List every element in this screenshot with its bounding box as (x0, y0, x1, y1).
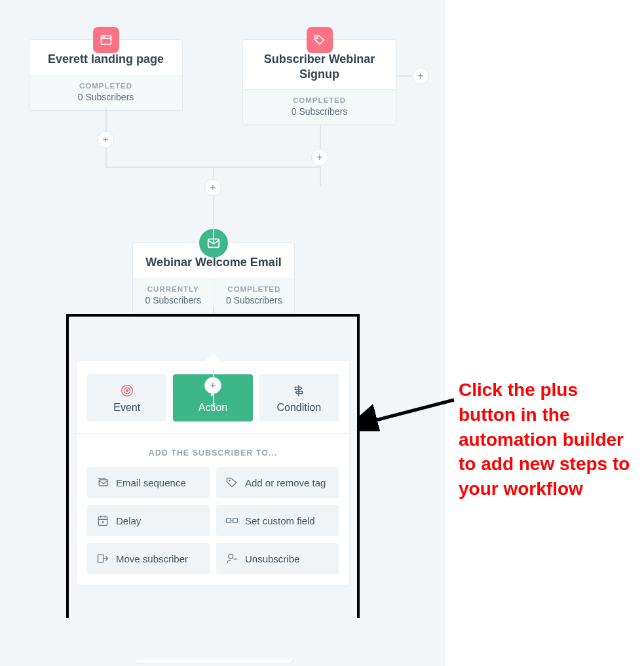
svg-point-3 (104, 37, 105, 37)
svg-point-2 (103, 37, 104, 37)
browser-icon (93, 27, 119, 53)
option-set-custom-field[interactable]: Set custom field (216, 505, 339, 536)
add-step-button[interactable]: + (97, 131, 114, 148)
option-label: Email sequence (116, 477, 186, 488)
field-icon (225, 514, 238, 527)
add-step-popover: + Event Action (69, 361, 357, 660)
arrow-right-icon (96, 552, 109, 565)
node-webinar-signup[interactable]: Subscriber Webinar Signup COMPLETED 0 Su… (242, 39, 396, 125)
svg-point-10 (229, 480, 230, 481)
node-status: COMPLETED 0 Subscribers (29, 75, 182, 110)
calendar-icon (96, 514, 109, 527)
tag-icon (225, 476, 238, 489)
option-add-remove-tag[interactable]: Add or remove tag (216, 467, 339, 498)
tab-condition[interactable]: Condition (259, 374, 339, 421)
svg-point-8 (126, 390, 128, 392)
status-value: 0 Subscribers (218, 295, 291, 305)
option-move-subscriber[interactable]: Move subscriber (87, 543, 210, 574)
svg-line-23 (371, 400, 454, 421)
annotation-highlight-box: + Event Action (66, 314, 360, 618)
status-value: 0 Subscribers (137, 295, 210, 305)
target-icon (91, 383, 162, 398)
connector (213, 166, 214, 243)
option-label: Unsubscribe (245, 553, 299, 564)
status-label: COMPLETED (248, 96, 390, 104)
add-step-button[interactable]: + (311, 149, 328, 166)
tab-event[interactable]: Event (87, 374, 166, 421)
svg-point-20 (229, 554, 233, 558)
tag-icon (307, 27, 333, 53)
signpost-icon (263, 383, 335, 398)
status-label: COMPLETED (218, 285, 291, 293)
add-step-button[interactable]: + (204, 179, 221, 196)
option-label: Set custom field (245, 515, 315, 526)
status-label: CURRENTLY (137, 285, 210, 293)
svg-point-4 (316, 37, 317, 39)
automation-canvas: Everett landing page COMPLETED 0 Subscri… (0, 0, 445, 666)
svg-point-15 (102, 522, 104, 523)
tab-label: Event (91, 402, 162, 414)
section-heading: ADD THE SUBSCRIBER TO... (77, 434, 349, 467)
add-step-button[interactable]: + (204, 377, 221, 394)
option-unsubscribe[interactable]: Unsubscribe (216, 543, 339, 574)
svg-rect-17 (233, 519, 238, 523)
mail-stack-icon (96, 476, 109, 489)
user-minus-icon (225, 552, 238, 565)
node-welcome-email[interactable]: Webinar Welcome Email CURRENTLY 0 Subscr… (132, 243, 295, 314)
annotation-arrow (359, 392, 457, 431)
status-value: 0 Subscribers (35, 92, 177, 102)
node-status: COMPLETED 0 Subscribers (243, 89, 396, 125)
svg-rect-19 (98, 555, 104, 562)
option-delay[interactable]: Delay (87, 505, 210, 536)
add-branch-button[interactable]: + (412, 68, 429, 85)
action-options: Email sequence Add or remove tag Delay (77, 467, 349, 574)
status-value: 0 Subscribers (248, 106, 390, 117)
tab-label: Condition (263, 402, 335, 414)
option-label: Move subscriber (116, 553, 188, 564)
status-label: COMPLETED (35, 82, 177, 90)
svg-rect-9 (99, 480, 107, 486)
annotation-text: Click the plus button in the automation … (459, 378, 635, 501)
svg-rect-11 (98, 517, 107, 525)
option-label: Delay (116, 515, 141, 526)
option-label: Add or remove tag (245, 477, 326, 488)
svg-rect-16 (227, 519, 231, 523)
option-email-sequence[interactable]: Email sequence (87, 467, 210, 498)
node-landing-page[interactable]: Everett landing page COMPLETED 0 Subscri… (29, 39, 183, 111)
